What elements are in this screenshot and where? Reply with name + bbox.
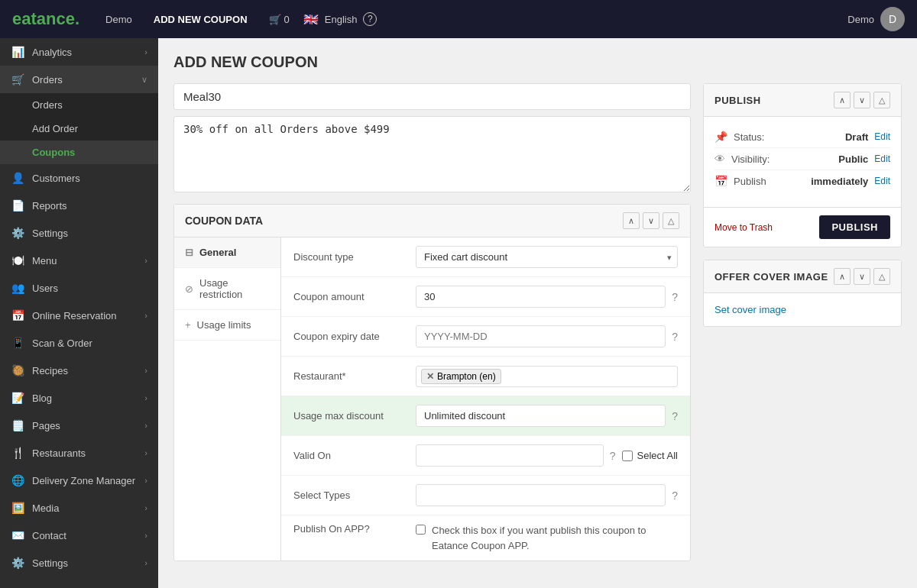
avatar-icon: D bbox=[889, 13, 896, 25]
discount-type-select[interactable]: Fixed cart discount Percentage discount … bbox=[416, 246, 678, 268]
coupon-data-body: ⊟ General ⊘ Usage restriction + Usage li… bbox=[174, 237, 690, 561]
select-types-input[interactable] bbox=[416, 484, 666, 506]
menu-icon: 🍽️ bbox=[11, 254, 24, 267]
orders-submenu: Orders Add Order Coupons bbox=[0, 93, 158, 164]
offer-cover-controls: ∧ ∨ △ bbox=[834, 268, 890, 285]
nav-cart[interactable]: 🛒 0 bbox=[261, 9, 297, 30]
sidebar-item-media[interactable]: 🖼️ Media › bbox=[0, 494, 158, 522]
blog-icon: 📝 bbox=[11, 392, 24, 404]
tab-general[interactable]: ⊟ General bbox=[174, 237, 280, 268]
sidebar-label-restaurants: Restaurants bbox=[32, 447, 144, 459]
sidebar-item-settings-inline[interactable]: ⚙️ Settings bbox=[0, 219, 158, 247]
coupon-description-input[interactable]: 30% off on all Orders above $499 bbox=[173, 116, 691, 192]
valid-on-help-icon[interactable]: ? bbox=[610, 450, 616, 462]
offer-cover-toggle-btn[interactable]: △ bbox=[873, 268, 890, 285]
offer-cover-down-btn[interactable]: ∨ bbox=[854, 268, 870, 285]
status-edit-link[interactable]: Edit bbox=[874, 131, 890, 142]
select-all-checkbox[interactable] bbox=[622, 451, 633, 461]
usage-max-discount-control: ? bbox=[416, 405, 678, 427]
help-icon[interactable]: ? bbox=[363, 12, 377, 26]
tab-general-label: General bbox=[199, 247, 236, 258]
restaurant-field[interactable]: ✕ Brampton (en) bbox=[416, 366, 678, 387]
sidebar-label-settings-inline: Settings bbox=[32, 228, 147, 239]
sidebar-label-reports: Reports bbox=[32, 200, 147, 212]
usage-max-discount-help-icon[interactable]: ? bbox=[672, 410, 678, 422]
top-nav: eatance. Demo ADD NEW COUPON 🛒 0 🇬🇧 Engl… bbox=[0, 0, 917, 38]
sidebar-item-settings[interactable]: ⚙️ Settings › bbox=[0, 549, 158, 577]
publish-time-edit-link[interactable]: Edit bbox=[874, 176, 890, 186]
publish-body: 📌 Status: Draft Edit 👁 Visibility: Publi… bbox=[704, 117, 901, 201]
tag-label: Brampton (en) bbox=[437, 371, 496, 382]
publish-header-controls: ∧ ∨ △ bbox=[834, 92, 890, 108]
field-select-types: Select Types ? bbox=[281, 476, 690, 515]
sidebar-item-contact[interactable]: ✉️ Contact › bbox=[0, 522, 158, 549]
sidebar-item-analytics[interactable]: 📊 Analytics › bbox=[0, 38, 158, 66]
settings-arrow: › bbox=[144, 558, 147, 567]
publish-actions: Move to Trash PUBLISH bbox=[704, 207, 901, 247]
usage-restriction-icon: ⊘ bbox=[185, 283, 193, 295]
sidebar-item-pages[interactable]: 🗒️ Pages › bbox=[0, 412, 158, 439]
offer-cover-up-btn[interactable]: ∧ bbox=[834, 268, 851, 285]
sidebar-item-menu[interactable]: 🍽️ Menu › bbox=[0, 247, 158, 274]
coupon-name-input[interactable] bbox=[173, 83, 691, 110]
sidebar-item-restaurants[interactable]: 🍴 Restaurants › bbox=[0, 439, 158, 467]
pages-arrow: › bbox=[144, 421, 147, 430]
sidebar-item-orders[interactable]: 🛒 Orders ∨ bbox=[0, 66, 158, 93]
coupon-amount-input[interactable] bbox=[416, 286, 666, 308]
publish-down-btn[interactable]: ∨ bbox=[854, 92, 870, 108]
publish-status-row: 📌 Status: Draft Edit bbox=[714, 126, 890, 148]
tab-usage-restriction[interactable]: ⊘ Usage restriction bbox=[174, 268, 280, 310]
publish-button[interactable]: PUBLISH bbox=[819, 215, 890, 239]
nav-add-coupon[interactable]: ADD NEW COUPON bbox=[146, 9, 255, 30]
valid-on-label: Valid On bbox=[293, 450, 416, 461]
publish-time-value: immediately bbox=[811, 176, 868, 187]
tab-usage-limits[interactable]: + Usage limits bbox=[174, 310, 280, 341]
visibility-edit-link[interactable]: Edit bbox=[874, 153, 890, 164]
sidebar-label-users: Users bbox=[32, 283, 147, 294]
coupon-expiry-input[interactable] bbox=[416, 325, 666, 347]
tab-usage-limits-label: Usage limits bbox=[197, 319, 251, 331]
valid-on-input[interactable] bbox=[416, 444, 604, 467]
usage-max-discount-input[interactable] bbox=[416, 405, 666, 427]
recipes-icon: 🥘 bbox=[11, 364, 24, 376]
publish-header: PUBLISH ∧ ∨ △ bbox=[704, 84, 901, 117]
visibility-value: Public bbox=[838, 153, 868, 165]
sidebar-item-customers[interactable]: 👤 Customers bbox=[0, 164, 158, 192]
sidebar-label-orders: Orders bbox=[32, 74, 141, 86]
cart-count: 0 bbox=[284, 14, 290, 25]
move-to-trash-link[interactable]: Move to Trash bbox=[714, 222, 773, 233]
sidebar-item-scan-order[interactable]: 📱 Scan & Order bbox=[0, 329, 158, 357]
coupon-expiry-help-icon[interactable]: ? bbox=[672, 331, 678, 343]
sidebar-item-delivery-zone[interactable]: 🌐 Delivery Zone Manager › bbox=[0, 467, 158, 494]
form-area: 30% off on all Orders above $499 COUPON … bbox=[173, 83, 902, 561]
select-types-help-icon[interactable]: ? bbox=[672, 489, 678, 502]
sidebar-label-pages: Pages bbox=[32, 420, 144, 431]
select-all-label[interactable]: Select All bbox=[622, 450, 678, 461]
collapse-up-btn[interactable]: ∧ bbox=[623, 212, 640, 229]
publish-toggle-btn[interactable]: △ bbox=[873, 92, 890, 108]
coupons-label: Coupons bbox=[32, 147, 147, 158]
select-all-text: Select All bbox=[637, 450, 678, 461]
sidebar-item-coupons[interactable]: Coupons bbox=[0, 141, 158, 164]
sidebar-item-add-order[interactable]: Add Order bbox=[0, 117, 158, 141]
set-cover-image-link[interactable]: Set cover image bbox=[714, 304, 786, 315]
nav-demo[interactable]: Demo bbox=[98, 9, 140, 30]
discount-type-control: Fixed cart discount Percentage discount … bbox=[416, 246, 678, 268]
sidebar-item-orders-list[interactable]: Orders bbox=[0, 93, 158, 117]
sidebar-item-reports[interactable]: 📄 Reports bbox=[0, 192, 158, 219]
page-title: ADD NEW COUPON bbox=[173, 53, 902, 71]
tag-close-icon[interactable]: ✕ bbox=[426, 371, 434, 382]
collapse-down-btn[interactable]: ∨ bbox=[643, 212, 659, 229]
sidebar-item-users[interactable]: 👥 Users bbox=[0, 274, 158, 302]
sidebar-item-recipes[interactable]: 🥘 Recipes › bbox=[0, 357, 158, 384]
settings-inline-icon: ⚙️ bbox=[11, 227, 24, 239]
blog-arrow: › bbox=[144, 393, 147, 402]
form-left: 30% off on all Orders above $499 COUPON … bbox=[173, 83, 691, 561]
coupon-amount-help-icon[interactable]: ? bbox=[672, 291, 678, 303]
publish-app-checkbox[interactable] bbox=[416, 525, 426, 535]
publish-up-btn[interactable]: ∧ bbox=[834, 92, 851, 108]
publish-app-text: Check this box if you want publish this … bbox=[432, 523, 678, 553]
sidebar-item-online-reservation[interactable]: 📅 Online Reservation › bbox=[0, 302, 158, 329]
toggle-btn[interactable]: △ bbox=[663, 212, 679, 229]
sidebar-item-blog[interactable]: 📝 Blog › bbox=[0, 384, 158, 412]
